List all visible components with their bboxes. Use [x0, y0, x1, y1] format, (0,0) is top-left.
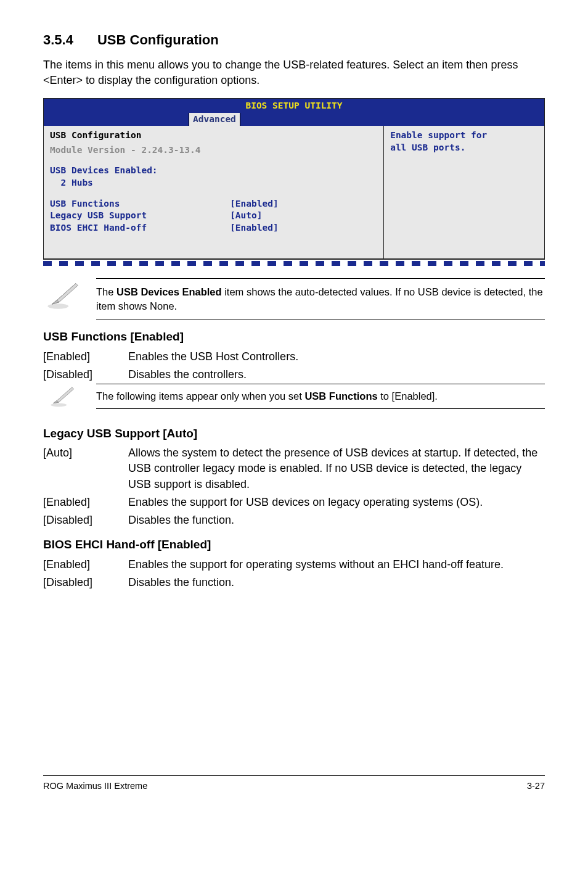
note-part: to [Enabled]. [378, 390, 438, 402]
option-row: [Enabled] Enables the USB Host Controlle… [43, 349, 545, 365]
footer-right: 3-27 [527, 780, 545, 792]
bios-devices-line2: 2 Hubs [50, 177, 377, 189]
option-row: [Enabled] Enables the support for USB de… [43, 495, 545, 510]
bios-devices-enabled: USB Devices Enabled: 2 Hubs [50, 165, 377, 189]
section-number: 3.5.4 [43, 31, 73, 50]
note-text: The USB Devices Enabled item shows the a… [96, 278, 545, 320]
section-title: USB Configuration [97, 31, 219, 50]
page-footer: ROG Maximus III Extreme 3-27 [43, 775, 545, 792]
bios-screenshot: BIOS SETUP UTILITY Advanced USB Configur… [43, 98, 545, 260]
bios-module-version: Module Version - 2.24.3-13.4 [50, 144, 377, 157]
bios-help-pane: Enable support for all USB ports. [384, 126, 544, 259]
option-key: [Enabled] [43, 495, 128, 510]
option-key: [Enabled] [43, 557, 128, 572]
heading-usb-functions: USB Functions [Enabled] [43, 329, 545, 345]
bios-help-line: Enable support for [390, 130, 538, 142]
bios-devices-line1: USB Devices Enabled: [50, 165, 377, 177]
note-part: The [96, 286, 116, 297]
bios-row-value: [Auto] [230, 210, 377, 222]
bios-row-label: USB Functions [50, 198, 230, 210]
option-value: Disables the function. [128, 513, 545, 528]
bios-row: USB Functions [Enabled] [50, 198, 377, 210]
svg-point-0 [47, 304, 68, 309]
note-block: The USB Devices Enabled item shows the a… [43, 278, 545, 320]
bios-row: BIOS EHCI Hand-off [Enabled] [50, 222, 377, 234]
heading-bios-ehci: BIOS EHCI Hand-off [Enabled] [43, 537, 545, 553]
option-key: [Auto] [43, 445, 128, 492]
bios-left-pane: USB Configuration Module Version - 2.24.… [44, 126, 384, 259]
footer-left: ROG Maximus III Extreme [43, 780, 147, 792]
note-bold: USB Devices Enabled [116, 286, 222, 297]
dashed-separator [43, 261, 545, 266]
bios-tab-row: Advanced [44, 113, 544, 126]
option-value: Enables the USB Host Controllers. [128, 349, 545, 365]
option-value: Disables the controllers. [128, 367, 545, 382]
svg-line-3 [57, 284, 76, 300]
option-value: Allows the system to detect the presence… [128, 445, 545, 492]
intro-text: The items in this menu allows you to cha… [43, 57, 545, 88]
bios-heading: USB Configuration [50, 130, 377, 142]
svg-point-4 [51, 403, 67, 407]
option-key: [Enabled] [43, 349, 128, 365]
option-row: [Auto] Allows the system to detect the p… [43, 445, 545, 492]
option-row: [Disabled] Disables the controllers. [43, 367, 545, 382]
option-value: Enables the support for USB devices on l… [128, 495, 545, 510]
bios-row: Legacy USB Support [Auto] [50, 210, 377, 222]
note-block: The following items appear only when you… [43, 384, 545, 416]
bios-row-label: BIOS EHCI Hand-off [50, 222, 230, 234]
option-value: Disables the function. [128, 575, 545, 590]
note-part: The following items appear only when you… [96, 390, 304, 402]
bios-row-label: Legacy USB Support [50, 210, 230, 222]
option-key: [Disabled] [43, 367, 128, 382]
option-row: [Disabled] Disables the function. [43, 513, 545, 528]
bios-tab-advanced: Advanced [189, 113, 240, 126]
pencil-icon [43, 278, 81, 316]
bios-title: BIOS SETUP UTILITY [44, 99, 544, 113]
option-row: [Enabled] Enables the support for operat… [43, 557, 545, 572]
bios-help-line: all USB ports. [390, 142, 538, 154]
pencil-icon [43, 384, 81, 416]
heading-legacy-usb: Legacy USB Support [Auto] [43, 426, 545, 442]
note-text: The following items appear only when you… [96, 384, 545, 409]
option-key: [Disabled] [43, 575, 128, 590]
bios-row-value: [Enabled] [230, 198, 377, 210]
bios-row-value: [Enabled] [230, 222, 377, 234]
option-value: Enables the support for operating system… [128, 557, 545, 572]
note-bold: USB Functions [304, 390, 377, 402]
svg-marker-2 [52, 300, 59, 305]
option-key: [Disabled] [43, 513, 128, 528]
option-row: [Disabled] Disables the function. [43, 575, 545, 590]
